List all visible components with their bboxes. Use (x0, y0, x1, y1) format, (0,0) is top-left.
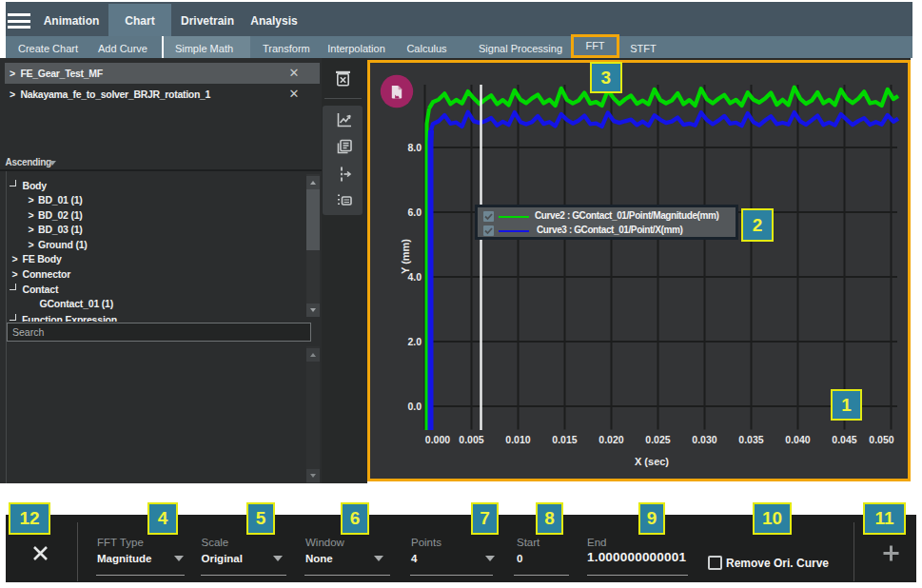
svg-text:X (sec): X (sec) (635, 456, 669, 467)
svg-text:8.0: 8.0 (407, 142, 422, 153)
svg-text:0.025: 0.025 (645, 434, 670, 445)
svg-text:0.005: 0.005 (459, 434, 483, 445)
svg-text:0.035: 0.035 (738, 434, 763, 445)
svg-text:6.0: 6.0 (407, 206, 422, 218)
svg-text:Y (mm): Y (mm) (400, 239, 411, 274)
svg-text:0.010: 0.010 (505, 434, 530, 445)
svg-text:0.040: 0.040 (785, 434, 810, 445)
svg-text:0.0: 0.0 (407, 401, 422, 412)
svg-text:0.020: 0.020 (598, 434, 623, 445)
svg-text:0.045: 0.045 (832, 434, 856, 445)
svg-text:0.030: 0.030 (692, 434, 716, 445)
svg-text:0.050: 0.050 (869, 434, 893, 445)
svg-text:0.000: 0.000 (425, 434, 450, 445)
svg-text:2.0: 2.0 (407, 336, 422, 347)
svg-text:0.015: 0.015 (552, 434, 577, 445)
